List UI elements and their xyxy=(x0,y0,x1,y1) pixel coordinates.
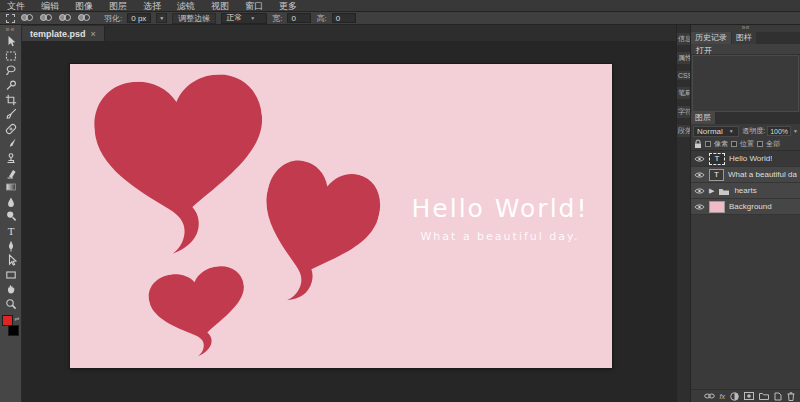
layer-row-what-a-beautiful-day[interactable]: TWhat a beautiful day. xyxy=(691,167,800,183)
menu-item[interactable]: 滤镜 xyxy=(177,0,195,12)
lock-options-row: 像素位置全部 xyxy=(691,138,800,151)
dock-item[interactable]: 信息 xyxy=(677,33,690,45)
eraser-tool[interactable] xyxy=(3,165,19,180)
layer-visibility-icon[interactable] xyxy=(694,171,705,179)
layer-thumbnail[interactable] xyxy=(709,201,725,213)
selection-mode-icons xyxy=(6,13,91,23)
folder-icon xyxy=(718,182,730,200)
zoom-tool[interactable] xyxy=(3,297,19,312)
tab-history[interactable]: 历史记录 xyxy=(691,32,731,44)
link-icon[interactable] xyxy=(704,392,715,400)
blend-mode-select[interactable]: Normal▼ xyxy=(693,126,739,137)
new-selection-icon[interactable] xyxy=(21,13,34,23)
group-expand-icon[interactable]: ▶ xyxy=(709,187,714,195)
text-layer-thumbnail[interactable]: T xyxy=(709,169,724,181)
adjustment-icon[interactable] xyxy=(730,392,739,401)
marquee-tool[interactable] xyxy=(3,49,19,64)
eyedropper-tool[interactable] xyxy=(3,107,19,122)
document-canvas[interactable]: Hello World! What a beautiful day. xyxy=(70,64,612,368)
menu-item[interactable]: 选择 xyxy=(143,0,161,12)
feather-dropdown-icon[interactable]: ▼ xyxy=(156,13,167,23)
dock-item[interactable]: 段落 xyxy=(677,125,690,137)
layer-row-hearts[interactable]: ▶hearts xyxy=(691,183,800,199)
layer-list: THello World!TWhat a beautiful day.▶hear… xyxy=(691,151,800,389)
menu-item[interactable]: 窗口 xyxy=(245,0,263,12)
menu-item[interactable]: 文件 xyxy=(7,0,25,12)
lock-checkbox[interactable] xyxy=(705,141,711,147)
height-input[interactable]: 0 xyxy=(332,13,356,23)
history-panel: 历史记录图样 打开 xyxy=(691,32,800,112)
menu-item[interactable]: 图像 xyxy=(75,0,93,12)
lasso-tool[interactable] xyxy=(3,63,19,78)
background-color-swatch[interactable] xyxy=(8,325,19,336)
layer-visibility-icon[interactable] xyxy=(694,203,705,211)
layers-panel-tabs: 图层 xyxy=(691,112,800,124)
opacity-control[interactable]: 透明度: 100% ▼ xyxy=(742,126,798,136)
menu-bar: 文件编辑图像图层选择滤镜视图窗口更多 xyxy=(0,0,800,12)
style-select[interactable]: 正常▼ xyxy=(221,13,267,24)
lock-checkbox-label: 像素 xyxy=(714,139,728,149)
menu-item[interactable]: 编辑 xyxy=(41,0,59,12)
quick-select-tool[interactable] xyxy=(3,78,19,93)
layer-row-background[interactable]: Background xyxy=(691,199,800,215)
heal-tool[interactable] xyxy=(3,122,19,137)
dock-item[interactable]: 笔刷 xyxy=(677,87,690,99)
new-folder-icon[interactable] xyxy=(759,392,769,400)
chevron-down-icon: ▼ xyxy=(793,128,798,134)
opacity-value[interactable]: 100% xyxy=(767,126,791,136)
gradient-tool[interactable] xyxy=(3,180,19,195)
menu-item[interactable]: 视图 xyxy=(211,0,229,12)
rectangle-tool[interactable] xyxy=(3,268,19,283)
canvas-area[interactable]: Hello World! What a beautiful day. xyxy=(22,41,676,402)
brush-tool[interactable] xyxy=(3,136,19,151)
crop-tool[interactable] xyxy=(3,92,19,107)
mask-icon[interactable] xyxy=(744,392,754,400)
feather-input[interactable]: 0 px xyxy=(127,13,151,23)
type-tool[interactable]: T xyxy=(3,224,19,239)
tab-layers[interactable]: 图层 xyxy=(691,112,715,124)
direct-select-tool[interactable] xyxy=(3,253,19,268)
lock-checkbox-label: 全部 xyxy=(766,139,780,149)
dodge-tool[interactable] xyxy=(3,209,19,224)
fx-icon[interactable]: fx xyxy=(720,393,725,400)
layer-visibility-icon[interactable] xyxy=(694,187,705,195)
dock-item[interactable]: 字符 xyxy=(677,106,690,118)
lock-checkbox[interactable] xyxy=(757,141,763,147)
intersect-selection-icon[interactable] xyxy=(78,13,91,23)
delete-layer-icon[interactable] xyxy=(787,392,795,401)
refine-edge-button[interactable]: 调整边缘 xyxy=(172,13,216,24)
document-tab[interactable]: template.psd × xyxy=(22,26,105,41)
move-tool[interactable] xyxy=(3,34,19,49)
close-tab-icon[interactable]: × xyxy=(91,29,96,39)
toolbar-collapse-icon[interactable]: »« xyxy=(6,26,16,34)
layer-visibility-icon[interactable] xyxy=(694,155,705,163)
pen-tool[interactable] xyxy=(3,238,19,253)
subtract-selection-icon[interactable] xyxy=(59,13,72,23)
swap-colors-icon[interactable]: ⇄ xyxy=(14,315,19,322)
foreground-color-swatch[interactable] xyxy=(2,315,13,326)
new-layer-icon[interactable] xyxy=(774,392,782,401)
marquee-icon[interactable] xyxy=(6,14,15,23)
lock-icon[interactable] xyxy=(694,139,702,149)
heart-shape-large xyxy=(91,71,274,261)
color-swatches: ⇄ xyxy=(2,315,20,337)
blur-tool[interactable] xyxy=(3,195,19,210)
menu-item[interactable]: 图层 xyxy=(109,0,127,12)
dock-item[interactable]: CSS xyxy=(677,71,690,80)
text-layer-thumbnail[interactable]: T xyxy=(709,153,725,165)
menu-item[interactable]: 更多 xyxy=(279,0,297,12)
tool-list: T xyxy=(3,34,19,311)
lock-checkbox[interactable] xyxy=(731,141,737,147)
width-input[interactable]: 0 xyxy=(287,13,311,23)
clone-stamp-tool[interactable] xyxy=(3,151,19,166)
layer-row-hello-world[interactable]: THello World! xyxy=(691,151,800,167)
blend-mode-value: Normal xyxy=(697,127,723,136)
hand-tool[interactable] xyxy=(3,282,19,297)
panel-collapse-icon[interactable]: »« xyxy=(691,25,800,32)
history-entry[interactable]: 打开 xyxy=(691,44,800,55)
layer-controls: Normal▼ 透明度: 100% ▼ xyxy=(691,124,800,138)
canvas-title-text: Hello World! xyxy=(400,194,600,223)
add-selection-icon[interactable] xyxy=(40,13,53,23)
dock-item[interactable]: 属性 xyxy=(677,52,690,64)
tab-patterns[interactable]: 图样 xyxy=(732,32,756,44)
